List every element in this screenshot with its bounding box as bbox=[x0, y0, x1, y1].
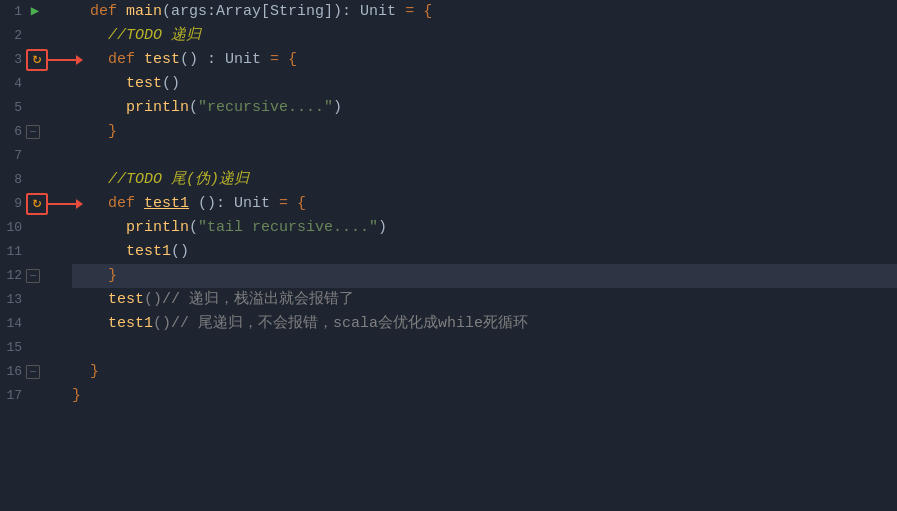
code-line-5: println("recursive....") bbox=[72, 96, 897, 120]
code-token: ) bbox=[333, 96, 342, 119]
gutter-row-1: 1▶ bbox=[0, 0, 54, 24]
run-button[interactable]: ▶ bbox=[26, 3, 44, 21]
code-token: Unit bbox=[360, 0, 396, 23]
gutter-row-14: 14 bbox=[0, 312, 54, 336]
code-token: "tail recursive...." bbox=[198, 216, 378, 239]
code-token bbox=[72, 240, 126, 263]
gutter-row-17: 17 bbox=[0, 384, 54, 408]
code-token bbox=[72, 168, 108, 191]
code-line-2: //TODO 递归 bbox=[72, 24, 897, 48]
reload-button-2[interactable]: ↻ bbox=[26, 193, 48, 215]
code-line-11: test1() bbox=[72, 240, 897, 264]
gutter-row-6: 6— bbox=[0, 120, 54, 144]
code-token: } bbox=[108, 264, 117, 287]
code-token: ( bbox=[189, 96, 198, 119]
code-token: //TODO 尾(伪)递归 bbox=[108, 168, 249, 191]
code-token: test1 bbox=[144, 192, 189, 215]
code-token bbox=[72, 48, 108, 71]
code-line-17: } bbox=[72, 384, 897, 408]
code-line-7 bbox=[72, 144, 897, 168]
line-number-13: 13 bbox=[0, 290, 22, 310]
gutter-row-12: 12— bbox=[0, 264, 54, 288]
line-number-11: 11 bbox=[0, 242, 22, 262]
code-token: = { bbox=[261, 48, 297, 71]
code-token: Array bbox=[216, 0, 261, 23]
line-number-5: 5 bbox=[0, 98, 22, 118]
line-number-1: 1 bbox=[0, 2, 22, 22]
gutter-row-9: 9↻ bbox=[0, 192, 54, 216]
code-token bbox=[72, 288, 108, 311]
fold-button-fold1[interactable]: — bbox=[26, 125, 40, 139]
code-token: //TODO 递归 bbox=[108, 24, 201, 47]
code-token: def bbox=[72, 0, 126, 23]
gutter-row-2: 2 bbox=[0, 24, 54, 48]
gutter-row-5: 5 bbox=[0, 96, 54, 120]
code-token: (): bbox=[189, 192, 234, 215]
code-token: def bbox=[108, 192, 144, 215]
gutter-row-7: 7 bbox=[0, 144, 54, 168]
code-token: = { bbox=[270, 192, 306, 215]
code-token: println bbox=[126, 96, 189, 119]
code-token bbox=[72, 360, 90, 383]
code-token bbox=[72, 312, 108, 335]
code-token: println bbox=[126, 216, 189, 239]
line-gutter: 1▶23↻456—789↻101112—13141516—17 bbox=[0, 0, 62, 511]
code-token: String bbox=[270, 0, 324, 23]
line-number-6: 6 bbox=[0, 122, 22, 142]
code-line-6: } bbox=[72, 120, 897, 144]
code-line-1: def main(args:Array[String]): Unit = { bbox=[72, 0, 897, 24]
code-line-4: test() bbox=[72, 72, 897, 96]
code-token: test bbox=[126, 72, 162, 95]
code-token: ]): bbox=[324, 0, 360, 23]
line-number-8: 8 bbox=[0, 170, 22, 190]
code-token: "recursive...." bbox=[198, 96, 333, 119]
code-token: ()// 递归，栈溢出就会报错了 bbox=[144, 288, 354, 311]
line-number-9: 9 bbox=[0, 194, 22, 214]
code-line-8: //TODO 尾(伪)递归 bbox=[72, 168, 897, 192]
code-line-3: def test() : Unit = { bbox=[72, 48, 897, 72]
gutter-row-13: 13 bbox=[0, 288, 54, 312]
code-line-12: } bbox=[72, 264, 897, 288]
line-number-10: 10 bbox=[0, 218, 22, 238]
line-number-2: 2 bbox=[0, 26, 22, 46]
gutter-row-15: 15 bbox=[0, 336, 54, 360]
code-token bbox=[72, 192, 108, 215]
code-token: () bbox=[171, 240, 189, 263]
reload-button-1[interactable]: ↻ bbox=[26, 49, 48, 71]
code-token bbox=[72, 216, 126, 239]
code-line-10: println("tail recursive....") bbox=[72, 216, 897, 240]
code-token bbox=[72, 72, 126, 95]
code-token: () : bbox=[180, 48, 225, 71]
code-content: def main(args:Array[String]): Unit = { /… bbox=[62, 0, 897, 511]
code-token: test bbox=[108, 288, 144, 311]
code-line-14: test1()// 尾递归，不会报错，scala会优化成while死循环 bbox=[72, 312, 897, 336]
code-token: } bbox=[72, 384, 81, 407]
code-token: } bbox=[90, 360, 99, 383]
fold-button-fold2[interactable]: — bbox=[26, 269, 40, 283]
code-token: Unit bbox=[225, 48, 261, 71]
line-number-15: 15 bbox=[0, 338, 22, 358]
code-line-9: def test1 (): Unit = { bbox=[72, 192, 897, 216]
code-token: [ bbox=[261, 0, 270, 23]
code-token bbox=[72, 24, 108, 47]
code-token: main bbox=[126, 0, 162, 23]
code-token: Unit bbox=[234, 192, 270, 215]
gutter-row-11: 11 bbox=[0, 240, 54, 264]
line-number-12: 12 bbox=[0, 266, 22, 286]
line-number-4: 4 bbox=[0, 74, 22, 94]
code-token: test1 bbox=[108, 312, 153, 335]
line-number-7: 7 bbox=[0, 146, 22, 166]
line-number-16: 16 bbox=[0, 362, 22, 382]
line-number-14: 14 bbox=[0, 314, 22, 334]
code-token: test bbox=[144, 48, 180, 71]
code-token: ( bbox=[189, 216, 198, 239]
code-token: (args: bbox=[162, 0, 216, 23]
code-token: ()// 尾递归，不会报错，scala会优化成while死循环 bbox=[153, 312, 528, 335]
code-token bbox=[72, 120, 108, 143]
fold-button-fold3[interactable]: — bbox=[26, 365, 40, 379]
line-number-3: 3 bbox=[0, 50, 22, 70]
code-line-13: test()// 递归，栈溢出就会报错了 bbox=[72, 288, 897, 312]
gutter-row-16: 16— bbox=[0, 360, 54, 384]
code-line-15 bbox=[72, 336, 897, 360]
code-line-16: } bbox=[72, 360, 897, 384]
